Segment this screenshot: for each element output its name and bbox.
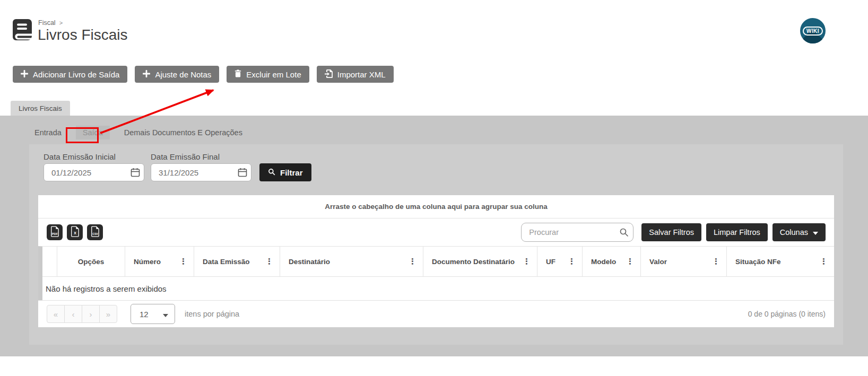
subtab-bar: Entrada Saída Demais Documentos E Operaç…: [0, 125, 248, 141]
subtab-demais-documentos[interactable]: Demais Documentos E Operações: [119, 126, 248, 139]
data-emissao-inicial-input[interactable]: [44, 163, 144, 181]
saida-tab-content: Data Emissão Inicial Data Emissão Final: [29, 144, 843, 345]
data-emissao-final-label: Data Emissão Final: [151, 152, 251, 161]
per-page-label: itens por página: [185, 310, 239, 318]
wiki-badge[interactable]: WIKI: [800, 18, 826, 43]
data-emissao-inicial-label: Data Emissão Inicial: [44, 152, 144, 161]
column-menu-icon[interactable]: [567, 257, 577, 266]
column-menu-icon[interactable]: [711, 257, 721, 266]
column-header-modelo[interactable]: Modelo: [583, 247, 641, 276]
grid-rows: Opções Número Data Emissão Destinatário: [38, 246, 834, 300]
livros-fiscais-grid: Arraste o cabeçalho de uma coluna aqui p…: [38, 195, 834, 327]
grid-toolbar: PDF X: [38, 218, 834, 246]
plus-icon: [143, 70, 150, 79]
pagination-buttons: « ‹ › »: [47, 305, 117, 323]
column-header-row: Opções Número Data Emissão Destinatário: [42, 247, 834, 276]
column-menu-icon[interactable]: [522, 257, 532, 266]
column-header-uf[interactable]: UF: [537, 247, 583, 276]
export-csv-icon: CSV: [91, 226, 100, 239]
export-pdf-button[interactable]: PDF: [47, 224, 63, 240]
import-xml-icon: [325, 69, 333, 80]
chevron-down-icon: [813, 228, 818, 237]
column-header-select: [42, 247, 57, 276]
previous-page-button[interactable]: ‹: [64, 305, 82, 323]
button-label: Ajuste de Notas: [155, 70, 211, 79]
trash-icon: [235, 69, 241, 79]
excluir-em-lote-button[interactable]: Excluir em Lote: [227, 66, 309, 83]
column-menu-icon[interactable]: [625, 257, 635, 266]
column-menu-icon[interactable]: [178, 257, 188, 266]
export-pdf-icon: PDF: [50, 226, 59, 239]
ajuste-de-notas-button[interactable]: Ajuste de Notas: [135, 66, 219, 83]
limpar-filtros-button[interactable]: Limpar Filtros: [706, 223, 768, 241]
adicionar-livro-de-saida-button[interactable]: Adicionar Livro de Saída: [13, 66, 127, 83]
page-title: Livros Fiscais: [38, 27, 128, 43]
svg-text:CSV: CSV: [92, 232, 98, 235]
data-emissao-final-input[interactable]: [151, 163, 251, 181]
plus-icon: [21, 70, 28, 79]
column-header-destinatario[interactable]: Destinatário: [280, 247, 423, 276]
export-xls-button[interactable]: X: [67, 224, 83, 240]
button-label: Filtrar: [280, 168, 303, 177]
group-by-hint: Arraste o cabeçalho de uma coluna aqui p…: [38, 195, 834, 218]
svg-text:X: X: [73, 231, 76, 235]
chevron-down-icon: [163, 310, 168, 319]
button-label: Importar XML: [337, 70, 386, 79]
breadcrumb: Fiscal >: [38, 19, 63, 27]
button-label: Colunas: [780, 228, 808, 237]
breadcrumb-chevron-icon: >: [59, 20, 63, 26]
filtrar-button[interactable]: Filtrar: [259, 163, 311, 181]
column-header-numero[interactable]: Número: [125, 247, 194, 276]
search-input[interactable]: [521, 223, 633, 242]
grid-search: [521, 223, 633, 242]
colunas-button[interactable]: Colunas: [772, 223, 826, 241]
svg-text:PDF: PDF: [51, 232, 58, 235]
salvar-filtros-button[interactable]: Salvar Filtros: [641, 223, 701, 241]
page-size-value: 12: [140, 310, 163, 319]
column-menu-icon[interactable]: [819, 257, 829, 266]
first-page-button[interactable]: «: [47, 305, 65, 323]
column-header-valor[interactable]: Valor: [641, 247, 727, 276]
export-buttons: PDF X: [47, 224, 103, 240]
empty-state-message: Não há registros a serem exibidos: [42, 276, 834, 300]
export-csv-button[interactable]: CSV: [87, 224, 103, 240]
page: Fiscal > Livros Fiscais WIKI Adicionar L…: [0, 0, 868, 376]
last-page-button[interactable]: »: [99, 305, 117, 323]
calendar-icon[interactable]: [130, 167, 141, 180]
wiki-badge-label: WIKI: [803, 27, 823, 36]
search-icon: [268, 168, 275, 177]
pagination-bar: « ‹ › » 12 itens por página 0 de 0 págin…: [38, 300, 834, 327]
action-button-row: Adicionar Livro de Saída Ajuste de Notas…: [13, 66, 394, 83]
pagination-summary: 0 de 0 páginas (0 itens): [748, 310, 826, 318]
search-icon[interactable]: [619, 228, 629, 239]
fiscal-book-icon: [13, 19, 32, 42]
tab-livros-fiscais[interactable]: Livros Fiscais: [11, 101, 70, 116]
calendar-icon[interactable]: [237, 167, 248, 180]
breadcrumb-item-fiscal[interactable]: Fiscal: [38, 19, 56, 27]
subtab-saida[interactable]: Saída: [76, 126, 110, 139]
column-menu-icon[interactable]: [407, 257, 418, 266]
column-header-opcoes: Opções: [57, 247, 125, 276]
column-header-data-emissao[interactable]: Data Emissão: [194, 247, 280, 276]
importar-xml-button[interactable]: Importar XML: [317, 66, 394, 83]
column-menu-icon[interactable]: [264, 257, 274, 266]
page-size-select[interactable]: 12: [131, 304, 175, 324]
column-header-documento-destinatario[interactable]: Documento Destinatário: [423, 247, 537, 276]
button-label: Excluir em Lote: [246, 70, 301, 79]
subtab-entrada[interactable]: Entrada: [29, 126, 67, 139]
filter-row: Data Emissão Inicial Data Emissão Final: [44, 152, 311, 181]
export-xls-icon: X: [71, 226, 80, 239]
next-page-button[interactable]: ›: [82, 305, 100, 323]
column-header-situacao-nfe[interactable]: Situação NFe: [727, 247, 834, 276]
button-label: Adicionar Livro de Saída: [33, 70, 119, 79]
livros-fiscais-panel: Entrada Saída Demais Documentos E Operaç…: [0, 116, 868, 356]
